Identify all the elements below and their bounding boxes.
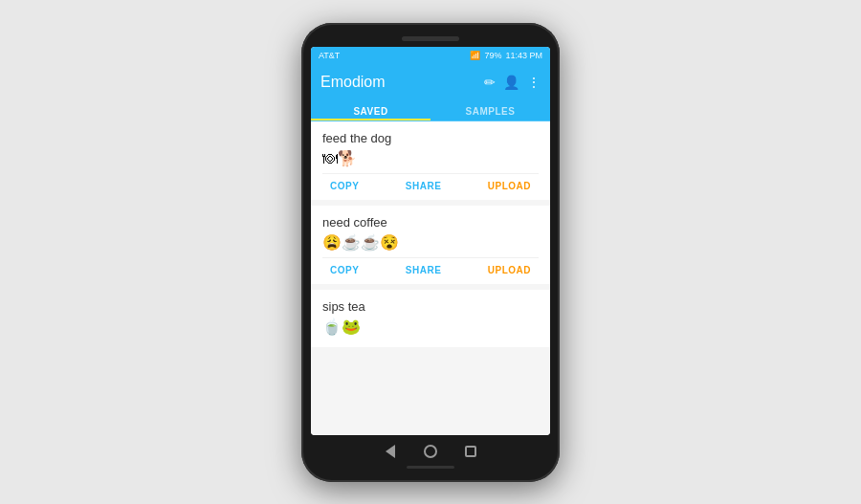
item-actions: COPY SHARE UPLOAD [322, 257, 539, 278]
item-emojis: 😩☕☕😵 [322, 233, 539, 252]
status-bar: AT&T 📶 79% 11:43 PM [311, 47, 550, 64]
contacts-icon[interactable]: 👤 [503, 75, 519, 90]
list-item: need coffee 😩☕☕😵 COPY SHARE UPLOAD [311, 206, 550, 284]
carrier: AT&T [319, 51, 340, 60]
item-actions: COPY SHARE UPLOAD [322, 173, 539, 194]
app-bar: Emodiom ✏ 👤 ⋮ [311, 64, 550, 100]
bottom-nav [311, 435, 550, 462]
home-button[interactable] [422, 443, 439, 460]
list-item: feed the dog 🍽🐕 COPY SHARE UPLOAD [311, 121, 550, 200]
copy-button[interactable]: COPY [322, 178, 366, 194]
item-emojis: 🍵🐸 [322, 318, 539, 336]
item-title: need coffee [322, 215, 539, 230]
speaker [402, 36, 459, 41]
edit-icon[interactable]: ✏ [484, 75, 496, 90]
phone-shell: AT&T 📶 79% 11:43 PM Emodiom ✏ 👤 ⋮ SAVED … [301, 23, 560, 482]
back-button[interactable] [382, 443, 399, 460]
app-bar-actions: ✏ 👤 ⋮ [484, 75, 541, 90]
item-title: feed the dog [322, 131, 539, 145]
more-icon[interactable]: ⋮ [527, 75, 541, 90]
list-item: sips tea 🍵🐸 [311, 290, 550, 347]
copy-button[interactable]: COPY [322, 262, 366, 278]
share-button[interactable]: SHARE [398, 262, 450, 278]
content-list: feed the dog 🍽🐕 COPY SHARE UPLOAD need c… [311, 121, 550, 435]
tabs: SAVED SAMPLES [311, 100, 550, 121]
wifi-icon: 📶 [470, 51, 480, 60]
phone-screen: AT&T 📶 79% 11:43 PM Emodiom ✏ 👤 ⋮ SAVED … [311, 47, 550, 435]
recents-button[interactable] [462, 443, 479, 460]
upload-button[interactable]: UPLOAD [480, 178, 539, 194]
tab-saved[interactable]: SAVED [311, 100, 430, 121]
share-button[interactable]: SHARE [398, 178, 450, 194]
battery: 79% [484, 51, 501, 60]
upload-button[interactable]: UPLOAD [480, 262, 539, 278]
item-title: sips tea [322, 299, 539, 314]
home-bar [407, 466, 454, 469]
item-emojis: 🍽🐕 [322, 149, 539, 167]
app-title: Emodiom [320, 74, 386, 91]
tab-samples[interactable]: SAMPLES [430, 100, 550, 121]
time: 11:43 PM [505, 51, 542, 60]
